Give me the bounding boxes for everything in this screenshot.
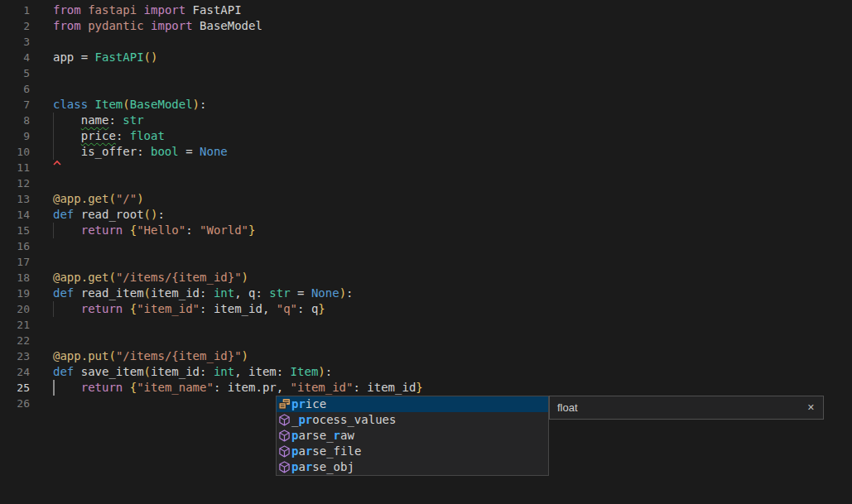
code-line-4[interactable]: 4app = FastAPI() [0, 50, 852, 65]
code-token: return [81, 302, 123, 315]
code-token: float [130, 129, 165, 142]
code-line-2[interactable]: 2from pydantic import BaseModel [0, 18, 852, 34]
line-number: 26 [0, 396, 30, 411]
code-line-content: from pydantic import BaseModel [53, 18, 262, 34]
code-line-23[interactable]: 23@app.put("/items/{item_id}") [0, 348, 852, 364]
code-line-15[interactable]: 15 return {"Hello": "World"} [0, 223, 852, 238]
line-number: 18 [0, 270, 30, 286]
code-token: from [53, 3, 88, 17]
code-token [123, 302, 129, 315]
line-number: 25 [0, 380, 30, 396]
code-line-13[interactable]: 13@app.get("/") [0, 191, 852, 207]
code-token: "Hello" [137, 223, 185, 237]
code-token: def [53, 365, 81, 378]
code-token [53, 302, 81, 315]
code-token: "item_id" [137, 302, 200, 315]
code-area[interactable]: 1from fastapi import FastAPI2from pydant… [0, 2, 852, 411]
code-line-8[interactable]: 8 name: str [0, 113, 852, 128]
field-icon [277, 398, 291, 411]
code-line-11[interactable]: 11 [0, 160, 852, 175]
code-token: BaseModel [193, 19, 262, 32]
code-line-18[interactable]: 18@app.get("/items/{item_id}") [0, 270, 852, 286]
code-line-19[interactable]: 19def read_item(item_id: int, q: str = N… [0, 286, 852, 301]
code-token: : [346, 286, 353, 300]
code-token: { [130, 381, 137, 394]
line-number: 2 [0, 18, 30, 34]
code-line-16[interactable]: 16 [0, 238, 852, 254]
code-token: @app.put [53, 349, 108, 362]
code-token: read_root [81, 208, 144, 221]
code-token: : [157, 208, 164, 221]
code-token [137, 3, 143, 17]
code-token: "item_name" [137, 381, 214, 394]
line-number: 3 [0, 34, 30, 50]
code-line-7[interactable]: 7class Item(BaseModel): [0, 97, 852, 113]
code-line-14[interactable]: 14def read_root(): [0, 207, 852, 223]
code-line-10[interactable]: 10 is_offer: bool = None [0, 144, 852, 160]
code-line-content: name: str [53, 113, 144, 128]
line-number: 5 [0, 65, 30, 81]
code-line-21[interactable]: 21 [0, 317, 852, 333]
suggest-item-label: price [291, 396, 326, 412]
line-number: 15 [0, 223, 30, 238]
suggest-item-label: parse_obj [291, 459, 354, 475]
suggest-item-label: _process_values [291, 412, 396, 428]
line-number: 16 [0, 238, 30, 254]
line-number: 24 [0, 364, 30, 380]
line-number: 21 [0, 317, 30, 333]
code-line-content: def save_item(item_id: int, item: Item): [53, 364, 332, 380]
code-line-content: from fastapi import FastAPI [53, 2, 242, 18]
code-editor[interactable]: 1from fastapi import FastAPI2from pydant… [0, 0, 852, 504]
code-token: price [81, 129, 116, 142]
suggest-item-parse_raw[interactable]: parse_raw [277, 428, 548, 444]
suggest-item-process_values[interactable]: _process_values [277, 412, 548, 428]
code-line-24[interactable]: 24def save_item(item_id: int, item: Item… [0, 364, 852, 380]
code-line-22[interactable]: 22 [0, 333, 852, 348]
code-token: ) [137, 192, 143, 205]
code-token: def [53, 208, 81, 221]
code-token: : [108, 113, 123, 127]
code-line-25[interactable]: 25 return {"item_name": item.pr, "item_i… [0, 380, 852, 396]
suggest-item-parse_obj[interactable]: parse_obj [277, 459, 548, 475]
line-number: 10 [0, 144, 30, 160]
code-line-5[interactable]: 5 [0, 65, 852, 81]
code-line-20[interactable]: 20 return {"item_id": item_id, "q": q} [0, 301, 852, 317]
code-line-1[interactable]: 1from fastapi import FastAPI [0, 2, 852, 18]
code-token [53, 381, 81, 394]
code-token: None [200, 145, 228, 158]
code-line-17[interactable]: 17 [0, 254, 852, 270]
code-token: ) [242, 349, 248, 362]
code-token: ( [144, 286, 151, 300]
code-token: return [81, 223, 123, 237]
code-line-content: def read_root(): [53, 207, 165, 223]
code-token: "World" [200, 223, 248, 237]
suggest-list[interactable]: price_process_valuesparse_rawparse_filep… [276, 396, 549, 476]
code-token: import [144, 3, 186, 17]
suggest-detail-panel: float ✕ [549, 396, 824, 420]
code-token: : item_id [353, 381, 416, 394]
suggest-item-parse_file[interactable]: parse_file [277, 444, 548, 459]
code-line-content: is_offer: bool = None [53, 144, 228, 160]
code-token: { [130, 302, 137, 315]
code-token: : item.pr, [214, 381, 291, 394]
method-icon [277, 445, 291, 458]
code-line-6[interactable]: 6 [0, 81, 852, 97]
code-line-12[interactable]: 12 [0, 175, 852, 191]
line-number: 17 [0, 254, 30, 270]
suggest-widget: price_process_valuesparse_rawparse_filep… [276, 396, 824, 476]
suggest-item-price[interactable]: price [277, 396, 548, 412]
code-line-3[interactable]: 3 [0, 34, 852, 50]
code-token: return [81, 381, 123, 394]
line-number: 7 [0, 97, 30, 113]
code-token: Item [291, 365, 319, 378]
code-token: pydantic [88, 19, 143, 32]
code-token: : [116, 129, 130, 142]
close-icon[interactable]: ✕ [807, 402, 815, 413]
code-token: is_offer: [53, 145, 151, 158]
code-token: : [325, 365, 332, 378]
code-token: int [214, 365, 234, 378]
code-token: "item_id" [291, 381, 354, 394]
code-line-content: @app.get("/") [53, 191, 144, 207]
code-token: , item: [234, 365, 290, 378]
code-line-9[interactable]: 9 price: float [0, 128, 852, 144]
